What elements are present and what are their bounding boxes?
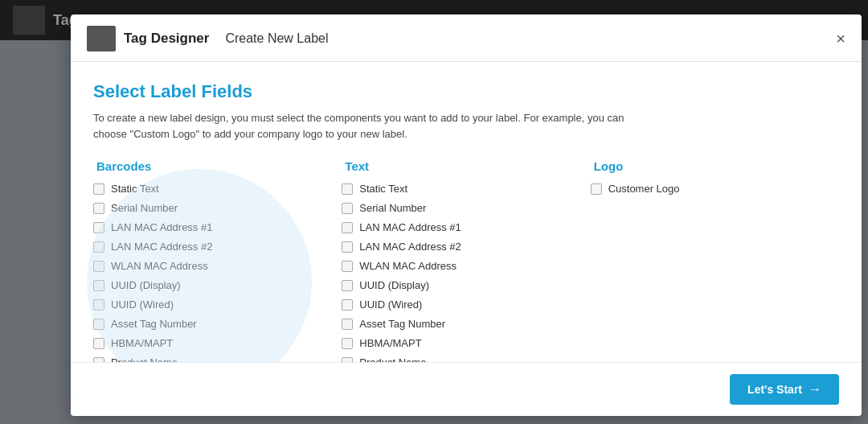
modal-header-logo [87,26,116,51]
checkbox-asset-tag-text[interactable] [342,319,353,330]
barcodes-header: Barcodes [93,159,342,173]
checkbox-uuid-display-barcode[interactable] [93,280,104,291]
list-item: LAN MAC Address #2 [93,241,342,253]
arrow-icon: → [809,382,821,397]
field-label: Product Name [111,356,178,362]
checkbox-wlan-mac-barcode[interactable] [93,261,104,272]
list-item: Product Name [93,356,342,362]
list-item: Asset Tag Number [342,318,590,330]
checkbox-static-text-barcode[interactable] [93,183,104,195]
field-label: LAN MAC Address #2 [359,241,461,253]
close-button[interactable]: × [836,31,845,47]
list-item: WLAN MAC Address [342,260,590,272]
list-item: LAN MAC Address #1 [93,221,342,233]
list-item: Serial Number [342,202,590,214]
checkbox-product-name-barcode[interactable] [93,357,104,363]
field-label: Customer Logo [608,183,680,195]
checkbox-asset-tag-barcode[interactable] [93,319,104,330]
field-label: Asset Tag Number [111,318,197,330]
checkbox-lan-mac-2-barcode[interactable] [93,241,104,253]
list-item: Product Name [342,356,590,362]
list-item: UUID (Wired) [342,298,590,311]
list-item: Customer Logo [591,183,839,195]
list-item: Asset Tag Number [93,318,342,330]
list-item: WLAN MAC Address [93,260,342,272]
modal-footer: Let's Start → [71,362,862,416]
list-item: UUID (Display) [342,279,590,291]
checkbox-serial-number-barcode[interactable] [93,203,104,214]
checkbox-static-text-text[interactable] [342,183,353,195]
field-label: UUID (Wired) [359,298,422,311]
checkbox-customer-logo[interactable] [591,183,602,195]
field-label: Static Text [359,183,407,195]
field-label: HBMA/MAPT [111,337,173,349]
field-label: Serial Number [359,202,426,214]
modal-app-name: Tag Designer [124,31,209,47]
start-button-label: Let's Start [747,383,802,396]
lets-start-button[interactable]: Let's Start → [730,374,839,405]
modal-dialog: Tag Designer Create New Label × Select L… [71,14,862,416]
modal-title: Create New Label [225,31,328,46]
barcodes-column: Barcodes Static Text Serial Number LAN M… [93,159,342,362]
field-columns: Barcodes Static Text Serial Number LAN M… [93,159,839,362]
logo-header: Logo [591,159,839,173]
checkbox-uuid-display-text[interactable] [342,280,353,291]
field-label: HBMA/MAPT [359,337,421,349]
list-item: Serial Number [93,202,342,214]
modal-description: To create a new label design, you must s… [93,110,656,142]
checkbox-wlan-mac-text[interactable] [342,261,353,272]
checkbox-uuid-wired-text[interactable] [342,299,353,311]
checkbox-lan-mac-1-text[interactable] [342,222,353,233]
field-label: Serial Number [111,202,178,214]
field-label: LAN MAC Address #1 [111,221,212,233]
list-item: Static Text [93,183,342,195]
field-label: WLAN MAC Address [359,260,457,272]
list-item: Static Text [342,183,590,195]
checkbox-serial-number-text[interactable] [342,203,353,214]
logo-column: Logo Customer Logo [591,159,839,362]
text-header: Text [342,159,590,173]
modal-header: Tag Designer Create New Label × [71,14,862,62]
text-column: Text Static Text Serial Number LAN MAC A… [342,159,590,362]
field-label: WLAN MAC Address [111,260,208,272]
field-label: Asset Tag Number [359,318,445,330]
list-item: LAN MAC Address #1 [342,221,590,233]
field-label: UUID (Display) [111,279,181,291]
checkbox-lan-mac-1-barcode[interactable] [93,222,104,233]
modal-body: Select Label Fields To create a new labe… [71,62,862,362]
checkbox-uuid-wired-barcode[interactable] [93,299,104,311]
list-item: HBMA/MAPT [93,337,342,349]
checkbox-product-name-text[interactable] [342,357,353,363]
checkbox-lan-mac-2-text[interactable] [342,241,353,253]
field-label: LAN MAC Address #2 [111,241,212,253]
section-title: Select Label Fields [93,81,839,102]
field-label: LAN MAC Address #1 [359,221,461,233]
list-item: HBMA/MAPT [342,337,590,349]
field-label: Static Text [111,183,159,195]
list-item: UUID (Wired) [93,298,342,311]
checkbox-hbma-barcode[interactable] [93,338,104,349]
checkbox-hbma-text[interactable] [342,338,353,349]
field-label: UUID (Wired) [111,298,174,311]
list-item: LAN MAC Address #2 [342,241,590,253]
list-item: UUID (Display) [93,279,342,291]
field-label: Product Name [359,356,426,362]
field-label: UUID (Display) [359,279,429,291]
